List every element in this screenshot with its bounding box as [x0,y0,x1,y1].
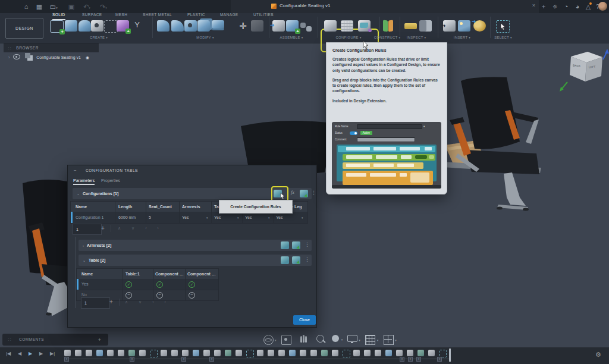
tab-parameters[interactable]: Parameters [73,178,95,185]
table-menu-icon[interactable]: ⋮ [304,256,310,262]
timeline-feature-icon[interactable] [396,350,403,356]
t2-cell-yes[interactable]: Yes [81,279,88,290]
new-tab-icon[interactable]: + [539,2,548,11]
configure-icon[interactable] [324,20,337,32]
table-insert-icon[interactable] [292,256,300,264]
timeline-feature-icon[interactable] [428,350,435,356]
timeline-feature-icon[interactable] [310,350,317,356]
timeline-group-marker[interactable]: + [400,357,404,362]
display-settings-icon[interactable]: ▾ [332,335,339,342]
notification-center-icon[interactable]: ◕ [573,2,582,11]
minus-circle-icon[interactable]: − [156,292,163,299]
table-caret-icon[interactable]: ⌄ [83,259,86,262]
check-circle-icon[interactable]: ✓ [125,281,132,288]
insert-derive-icon[interactable] [443,20,456,32]
section-armrests[interactable]: ›Armrests [2] [79,240,312,251]
section-analysis-icon[interactable] [419,20,432,32]
cell-length[interactable]: 6000 mm [118,212,136,223]
fx-parameters-icon[interactable]: fx [291,190,294,195]
col-seat-count[interactable]: Seat_Count [149,202,172,212]
file-menu-icon[interactable]: 🗀▾ [49,2,58,11]
timeline-feature-icon[interactable] [353,350,360,356]
row-nav-arrows[interactable]: ∧ ∨ ‹ › [118,226,164,231]
timeline-feature-icon[interactable] [385,350,392,356]
timeline-group-marker[interactable]: + [64,357,69,362]
timeline-feature-icon[interactable] [364,350,371,356]
timeline-feature-icon[interactable] [236,350,242,356]
configuration-row[interactable]: Configuration 1 6000 mm 5 Yes ▾ Yes ▾ Ye… [70,212,308,224]
timeline-feature-icon[interactable] [107,350,114,356]
col-name[interactable]: Name [76,202,87,212]
check-circle-icon[interactable]: ✓ [156,281,163,288]
timeline-group-marker[interactable]: + [209,357,214,362]
table2-row-yes[interactable]: Yes ✓ ✓ ✓ [76,279,219,290]
timeline-group-marker[interactable]: + [416,357,421,362]
tab-properties[interactable]: Properties [101,178,120,183]
add-comment-icon[interactable]: + [98,334,101,346]
t2-col-component1[interactable]: Component … [155,269,184,280]
canvas-icon[interactable] [458,20,470,32]
measure-icon[interactable] [404,23,417,29]
avatar[interactable] [598,2,607,11]
timeline-feature-icon[interactable] [278,350,285,356]
timeline-group-marker[interactable]: + [437,357,442,362]
visibility-eye-icon[interactable] [13,54,20,59]
armrests-rules-icon[interactable] [281,241,289,249]
job-status-icon[interactable]: ◔ [561,2,571,11]
create-sketch-icon[interactable] [50,20,64,33]
combine-icon[interactable] [197,20,210,32]
browser-panel-header[interactable]: ⸬ BROWSER [4,43,99,52]
timeline-feature-icon[interactable] [268,350,274,356]
table2-add-icon[interactable]: + [109,299,113,305]
timeline-group-marker[interactable]: + [181,357,186,362]
table2-page-input[interactable] [81,297,110,309]
undo-icon[interactable]: ↶▾ [82,2,92,11]
fillet-icon[interactable] [171,20,184,32]
new-component-icon[interactable] [286,20,299,32]
change-parameters-icon[interactable] [251,20,263,32]
t2-col-component2[interactable]: Component … [187,269,216,280]
t2-col-table1[interactable]: Table:1 [125,269,140,280]
tab-solid[interactable]: SOLID [52,12,65,20]
tab-plastic[interactable]: PLASTIC [187,12,205,19]
group-label-assemble[interactable]: ASSEMBLE [280,36,303,39]
viewcube-face-left[interactable]: LEFT [589,65,596,69]
component-settings-icon[interactable]: ◉ [86,55,89,59]
shell-icon[interactable] [184,20,197,32]
timeline-feature-icon[interactable] [96,350,103,356]
timeline-group-marker[interactable]: + [408,357,413,362]
timeline-feature-icon[interactable] [257,350,263,356]
group-label-select[interactable]: SELECT [494,36,512,39]
pattern-icon[interactable] [104,20,118,33]
pan-icon[interactable] [299,335,308,344]
timeline-group-marker[interactable]: + [130,357,134,362]
minus-circle-icon[interactable]: − [125,292,132,299]
timeline-go-start-icon[interactable]: |◀ [6,351,11,356]
document-tab[interactable]: Configurable Seating v1 × [231,0,539,14]
armrests-menu-icon[interactable]: ⋮ [304,241,310,247]
section-table[interactable]: ⌄Table [2] [79,255,312,266]
move-copy-icon[interactable]: ✛ [237,20,249,32]
config-page-input[interactable] [73,224,102,235]
revolve-icon[interactable] [79,20,91,32]
tab-utilities[interactable]: UTILITIES [253,12,274,19]
timeline-feature-icon[interactable] [171,350,178,356]
timeline-feature-icon[interactable] [193,350,199,356]
viewports-icon[interactable]: ▾ [384,335,394,345]
extrude-icon[interactable] [65,20,77,32]
col-length[interactable]: Length [118,202,132,212]
configuration-rules-icon[interactable] [358,20,371,32]
col-armrests[interactable]: Armrests [182,202,200,212]
group-label-modify[interactable]: MODIFY [196,36,214,39]
group-label-inspect[interactable]: INSPECT [407,36,426,39]
timeline-feature-icon[interactable] [128,350,135,356]
armrests-caret-icon[interactable]: › [83,244,84,247]
timeline-feature-icon[interactable] [417,350,424,356]
orbit-icon[interactable]: ▾ [263,335,274,345]
timeline-feature-icon[interactable] [86,350,92,356]
timeline-feature-icon[interactable] [182,350,189,356]
insert-into-design-icon[interactable] [272,20,285,32]
browser-item-label[interactable]: Configurable Seating v1 [36,55,81,59]
timeline-feature-icon[interactable] [214,350,221,356]
cell-armrests[interactable]: Yes [182,212,189,223]
